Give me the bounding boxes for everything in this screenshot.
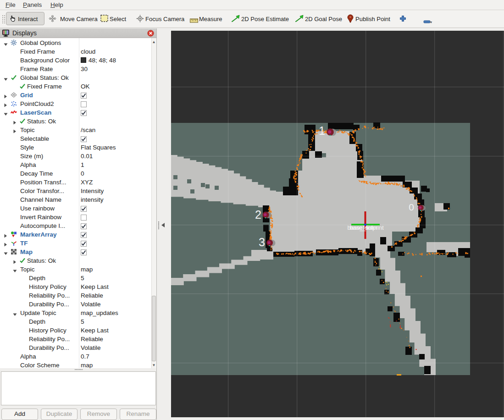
svg-text:2: 2 [255, 208, 261, 221]
svg-text:base_scan: base_scan [350, 225, 378, 231]
svg-text:1: 1 [319, 124, 325, 137]
svg-text:0: 0 [409, 202, 414, 212]
svg-text:3: 3 [259, 236, 265, 249]
